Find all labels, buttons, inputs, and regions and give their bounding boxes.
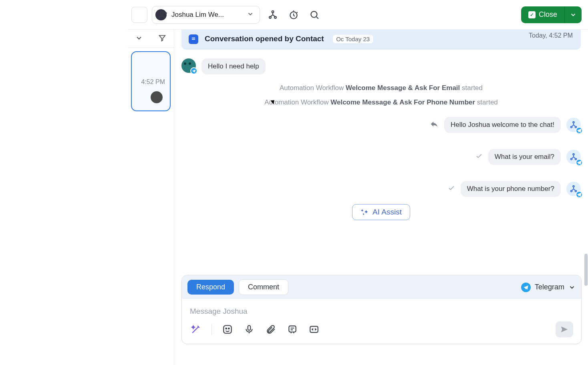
svg-point-14 — [573, 186, 574, 187]
svg-rect-20 — [248, 325, 251, 330]
snooze-icon[interactable] — [286, 7, 302, 23]
assignee-icon[interactable] — [155, 7, 171, 23]
workflow-started-2: Automation Workflow Welcome Message & As… — [181, 98, 581, 106]
close-dropdown-button[interactable] — [565, 6, 582, 23]
conversation-time: 4:52 PM — [141, 78, 165, 86]
reply-icon — [430, 120, 439, 130]
attachment-icon[interactable] — [265, 323, 277, 335]
mouse-cursor — [272, 99, 278, 105]
check-icon: ✓ — [528, 11, 536, 18]
telegram-badge-icon — [190, 67, 197, 74]
message-input[interactable] — [190, 307, 573, 316]
snippet-icon[interactable] — [286, 323, 298, 335]
outgoing-message-1: Hello Joshua welcome to the chat! — [181, 117, 581, 133]
chevron-down-icon — [247, 10, 254, 19]
banner-timestamp: Today, 4:52 PM — [529, 32, 573, 39]
sent-check-icon — [448, 185, 455, 193]
outgoing-message-2: What is your email? — [181, 149, 581, 165]
svg-rect-7 — [192, 39, 195, 40]
svg-rect-17 — [224, 325, 232, 333]
incoming-message: Hello I need help — [181, 58, 581, 74]
contact-name: Joshua Lim We... — [171, 11, 242, 19]
ai-assist-button[interactable]: AI Assist — [352, 204, 410, 220]
banner-date-pill: Oc Today 23 — [333, 35, 373, 43]
svg-point-18 — [226, 328, 227, 329]
outgoing-message-3: What is your phone number? — [181, 181, 581, 197]
assignee-avatar — [151, 91, 163, 103]
svg-rect-6 — [192, 38, 195, 38]
tab-comment[interactable]: Comment — [239, 279, 288, 295]
message-bubble: What is your phone number? — [461, 181, 561, 197]
scrollbar-thumb[interactable] — [584, 254, 588, 286]
svg-point-11 — [573, 154, 574, 155]
code-icon[interactable] — [308, 323, 320, 335]
contact-avatar-small — [181, 58, 196, 73]
close-button-group: ✓ Close — [521, 6, 582, 23]
workflow-icon[interactable] — [265, 7, 281, 23]
sent-check-icon — [475, 152, 483, 161]
telegram-badge-icon — [576, 127, 583, 134]
telegram-icon — [521, 283, 531, 292]
svg-rect-22 — [310, 326, 318, 332]
svg-rect-21 — [289, 326, 296, 332]
divider — [211, 324, 212, 335]
svg-point-19 — [228, 328, 230, 329]
ai-magic-icon[interactable] — [190, 323, 202, 335]
tab-respond[interactable]: Respond — [187, 280, 234, 295]
search-icon[interactable] — [306, 7, 322, 23]
telegram-badge-icon — [576, 159, 583, 166]
ai-assist-label: AI Assist — [373, 208, 402, 217]
voice-record-icon[interactable] — [243, 323, 255, 335]
send-button[interactable] — [556, 321, 573, 337]
message-bubble: What is your email? — [488, 149, 561, 165]
bot-avatar — [566, 150, 581, 164]
message-composer: Respond Comment Telegram — [181, 275, 582, 344]
bot-avatar — [566, 118, 581, 132]
conversation-card[interactable]: 4:52 PM — [131, 51, 171, 111]
svg-point-5 — [160, 12, 163, 15]
chevron-down-icon — [568, 284, 576, 291]
svg-point-8 — [573, 122, 574, 123]
close-label: Close — [539, 10, 557, 19]
workflow-started-1: Automation Workflow Welcome Message & As… — [181, 84, 581, 92]
svg-point-0 — [272, 11, 274, 13]
emoji-icon[interactable] — [222, 323, 234, 335]
bot-avatar — [566, 182, 581, 196]
channel-label: Telegram — [535, 283, 564, 291]
banner-title: Conversation opened by Contact — [205, 34, 324, 43]
open-conversation-icon — [189, 34, 198, 44]
message-bubble: Hello Joshua welcome to the chat! — [444, 117, 561, 133]
inbox-selector[interactable] — [131, 7, 147, 23]
expand-icon[interactable] — [135, 34, 143, 44]
filter-icon[interactable] — [158, 34, 167, 44]
channel-selector[interactable]: Telegram — [521, 283, 576, 292]
message-bubble: Hello I need help — [201, 58, 266, 74]
close-button[interactable]: ✓ Close — [521, 6, 565, 23]
telegram-badge-icon — [576, 191, 583, 198]
svg-point-4 — [311, 11, 317, 17]
conversation-opened-banner: Conversation opened by Contact Oc Today … — [181, 30, 581, 50]
